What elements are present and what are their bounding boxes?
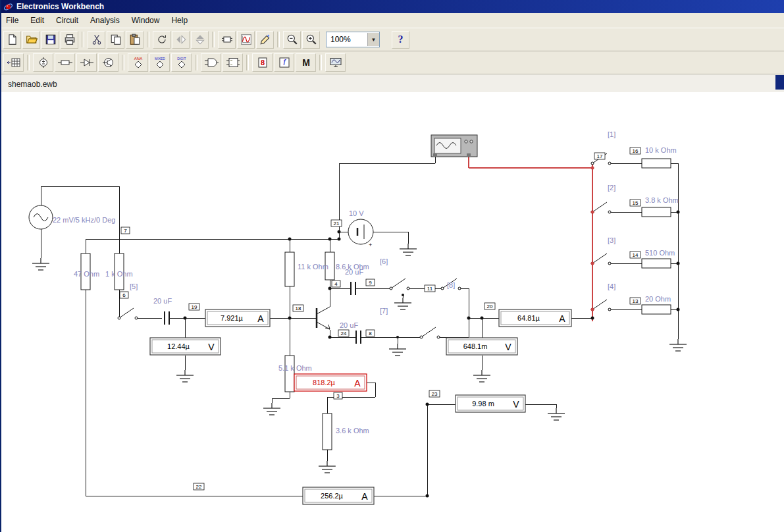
toolbar-separator [212, 32, 215, 47]
resistor-20ohm-label: 20 Ohm [645, 295, 671, 303]
logic-gate-icon [203, 57, 219, 68]
copy-button[interactable] [107, 31, 124, 49]
transistor[interactable] [317, 307, 330, 329]
miscellaneous-bin-button[interactable]: M [296, 53, 316, 72]
resistor-20ohm[interactable] [642, 305, 671, 314]
title-bar[interactable]: Electronics Workbench [0, 0, 784, 13]
switch-2[interactable] [591, 202, 611, 213]
transistors-bin-button[interactable] [98, 53, 118, 72]
main-toolbar: 100% ▼ ? [0, 28, 784, 51]
help-button[interactable]: ? [392, 31, 409, 49]
voltmeter-v2[interactable]: 648.1m V [446, 338, 517, 355]
analog-ics-label: ANA [134, 57, 142, 61]
voltmeter-v3[interactable]: 9.98 m V [456, 395, 525, 412]
rotate-icon [156, 34, 168, 45]
zoom-in-icon [305, 34, 317, 45]
open-button[interactable] [22, 31, 40, 49]
node-13: 13 [630, 298, 640, 304]
resistor-11kohm[interactable] [285, 252, 294, 286]
svg-text:256.2µ: 256.2µ [321, 492, 344, 500]
chevron-down-icon[interactable]: ▼ [367, 33, 379, 46]
zoom-level-select[interactable]: 100% ▼ [326, 32, 380, 47]
oscilloscope[interactable] [431, 135, 477, 157]
switch-4-label: [4] [608, 282, 615, 290]
svg-text:V: V [513, 399, 519, 410]
paste-button[interactable] [126, 31, 144, 49]
mixed-ics-bin-button[interactable]: MIXED [149, 53, 170, 72]
digital-bin-button[interactable] [222, 53, 243, 72]
menu-analysis[interactable]: Analysis [84, 14, 126, 27]
resistor-10kohm[interactable] [642, 159, 671, 168]
cut-button[interactable] [88, 31, 105, 49]
print-button[interactable] [61, 31, 78, 49]
favorites-bin-button[interactable] [3, 53, 24, 72]
child-window-controls[interactable] [775, 75, 784, 90]
resistor-3k8ohm[interactable] [642, 207, 671, 217]
ammeter-a3-highlighted[interactable]: 818.2µ A [294, 374, 367, 391]
resistor-10kohm-label: 10 k Ohm [645, 146, 677, 154]
scissors-icon [91, 34, 103, 45]
capacitor-c1[interactable] [165, 311, 169, 325]
switch-3[interactable] [591, 253, 611, 265]
capacitor-c2[interactable] [351, 282, 355, 295]
flip-vertical-button[interactable] [191, 31, 209, 49]
resistor-5k1ohm[interactable] [285, 356, 294, 392]
component-properties-button[interactable] [256, 31, 274, 49]
svg-text:19: 19 [192, 304, 197, 310]
node-22: 22 [194, 483, 204, 490]
menu-help[interactable]: Help [165, 14, 194, 27]
menu-edit[interactable]: Edit [24, 14, 50, 27]
oscilloscope-screen [434, 138, 461, 153]
indicators-bin-button[interactable]: 8 [252, 53, 273, 72]
save-button[interactable] [41, 31, 59, 49]
analog-ics-bin-button[interactable]: ANA [128, 53, 148, 72]
menu-window[interactable]: Window [126, 14, 166, 27]
ammeter-a4[interactable]: 256.2µ A [303, 487, 374, 504]
resistor-510ohm[interactable] [642, 259, 671, 268]
svg-text:21: 21 [334, 221, 340, 226]
switch-7[interactable] [420, 327, 440, 338]
zoom-out-button[interactable] [283, 31, 301, 49]
digital-ics-bin-button[interactable]: DIGIT [171, 53, 192, 72]
open-folder-icon [26, 34, 38, 45]
analysis-graphs-button[interactable] [237, 31, 255, 49]
svg-text:12.44µ: 12.44µ [167, 342, 190, 350]
sources-bin-button[interactable] [33, 53, 53, 72]
instruments-bin-button[interactable] [325, 53, 346, 72]
voltmeter-v1[interactable]: 12.44µ V [150, 338, 221, 355]
ammeter-a1[interactable]: 7.921µ A [205, 309, 270, 327]
schematic-canvas[interactable]: 22 mV/5 kHz/0 Deg + 10 V [0, 92, 784, 532]
svg-text:648.1m: 648.1m [463, 342, 488, 350]
mixed-ics-label: MIXED [155, 57, 165, 61]
controls-bin-button[interactable]: f [274, 53, 294, 72]
subcircuit-button[interactable] [218, 31, 236, 49]
switch-5[interactable] [118, 308, 138, 319]
logic-gates-bin-button[interactable] [201, 53, 221, 72]
switch-4[interactable] [591, 300, 611, 311]
node-7: 7 [121, 227, 130, 234]
ammeter-a2[interactable]: 64.81µ A [499, 309, 571, 327]
miscellaneous-icon: M [298, 57, 314, 68]
menu-circuit[interactable]: Circuit [50, 14, 84, 27]
diodes-bin-button[interactable] [76, 53, 97, 72]
subcircuit-icon [221, 34, 233, 45]
basic-bin-button[interactable] [55, 53, 75, 72]
rotate-button[interactable] [153, 31, 170, 49]
resistor-3k8ohm-label: 3.8 k Ohm [645, 196, 679, 204]
new-button[interactable] [3, 31, 21, 49]
svg-text:V: V [208, 342, 215, 352]
svg-text:15: 15 [633, 200, 639, 206]
capacitor-c3[interactable] [356, 331, 361, 344]
switch-7-label: [7] [380, 307, 388, 315]
svg-text:14: 14 [633, 252, 639, 258]
svg-text:V: V [505, 342, 511, 352]
zoom-in-button[interactable] [302, 31, 320, 49]
menu-file[interactable]: File [0, 14, 24, 27]
flip-horizontal-button[interactable] [172, 31, 190, 49]
switch-6[interactable] [390, 279, 409, 290]
transistor-icon [101, 57, 117, 68]
paste-icon [129, 34, 141, 45]
resistor-3k6ohm[interactable] [323, 413, 332, 450]
ac-source[interactable]: 22 mV/5 kHz/0 Deg [29, 205, 115, 229]
battery-10v[interactable]: + 10 V [348, 209, 373, 248]
